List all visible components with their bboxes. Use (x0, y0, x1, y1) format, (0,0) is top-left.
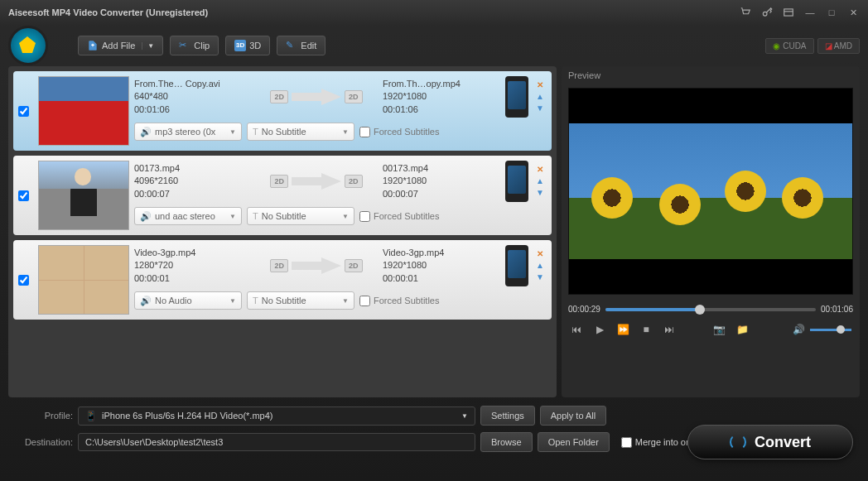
minimize-icon[interactable]: — (803, 6, 817, 19)
audio-select[interactable]: 🔊 und aac stereo▼ (134, 207, 242, 225)
menu-icon[interactable] (782, 6, 795, 19)
subtitle-icon: T (253, 296, 258, 305)
clip-label: Clip (194, 41, 210, 51)
add-file-label: Add File (102, 41, 135, 51)
destination-input[interactable]: C:\Users\User\Desktop\test2\test3 (78, 433, 475, 451)
remove-icon[interactable]: ✕ (535, 165, 545, 175)
open-folder-button[interactable]: Open Folder (538, 432, 610, 452)
2d-badge-left: 2D (270, 175, 288, 188)
scissors-icon: ✂ (179, 40, 190, 51)
file-item[interactable]: 00173.mp4 4096*2160 00:00:07 2D 2D 00173… (13, 156, 552, 235)
3d-icon: 3D (234, 40, 246, 51)
2d-badge-right: 2D (345, 90, 363, 103)
clip-button[interactable]: ✂ Clip (170, 36, 219, 55)
move-down-icon[interactable]: ▼ (535, 272, 545, 282)
chevron-down-icon[interactable]: ▼ (142, 42, 154, 50)
file-item[interactable]: From.The… Copy.avi 640*480 00:01:06 2D 2… (13, 71, 552, 151)
2d-badge-left: 2D (270, 259, 288, 272)
settings-button[interactable]: Settings (480, 406, 535, 426)
app-logo-icon (8, 26, 48, 65)
edit-icon: ✎ (286, 40, 297, 51)
title-buttons: — □ ✕ (739, 6, 860, 19)
conversion-arrow: 2D 2D (257, 257, 376, 274)
svg-point-0 (763, 12, 767, 16)
destination-label: Destination: (8, 437, 73, 447)
move-up-icon[interactable]: ▲ (535, 176, 545, 186)
3d-button[interactable]: 3D 3D (225, 36, 270, 55)
forced-subtitles-checkbox[interactable]: Forced Subtitles (359, 127, 439, 137)
subtitle-select[interactable]: T No Subtitle▼ (247, 291, 354, 310)
remove-icon[interactable]: ✕ (535, 80, 545, 90)
play-icon[interactable]: ▶ (593, 324, 606, 335)
arrow-icon (292, 89, 341, 105)
destination-info: 00173.mp4 1920*1080 00:00:07 (383, 162, 499, 200)
volume-icon[interactable]: 🔊 (792, 324, 805, 335)
edit-button[interactable]: ✎ Edit (277, 36, 326, 55)
fast-forward-icon[interactable]: ⏩ (616, 324, 629, 335)
move-down-icon[interactable]: ▼ (535, 103, 545, 113)
window-title: Aiseesoft MP4 Video Converter (Unregiste… (8, 7, 739, 17)
forced-subtitles-checkbox[interactable]: Forced Subtitles (359, 296, 439, 306)
device-icon (505, 161, 528, 202)
conversion-arrow: 2D 2D (257, 89, 376, 105)
edit-label: Edit (301, 41, 316, 51)
volume-slider[interactable] (810, 329, 851, 331)
maximize-icon[interactable]: □ (825, 6, 838, 19)
move-down-icon[interactable]: ▼ (535, 188, 545, 198)
file-thumbnail (38, 76, 129, 146)
preview-video[interactable] (568, 88, 853, 295)
svg-rect-1 (784, 9, 793, 16)
preview-panel: Preview 00:00:29 00:01:06 ⏮ ▶ ⏩ ■ ⏭ 📷 📁 (562, 66, 860, 397)
snapshot-icon[interactable]: 📷 (712, 324, 726, 335)
add-file-button[interactable]: Add File ▼ (78, 36, 163, 55)
remove-icon[interactable]: ✕ (535, 249, 545, 259)
audio-select[interactable]: 🔊 No Audio▼ (134, 291, 242, 310)
subtitle-select[interactable]: T No Subtitle▼ (247, 207, 354, 225)
stop-icon[interactable]: ■ (639, 324, 653, 335)
subtitle-select[interactable]: T No Subtitle▼ (247, 123, 354, 141)
move-up-icon[interactable]: ▲ (535, 261, 545, 271)
arrow-icon (292, 257, 341, 274)
file-checkbox[interactable] (18, 190, 29, 201)
convert-label: Convert (755, 434, 811, 451)
skip-back-icon[interactable]: ⏮ (570, 324, 583, 335)
browse-button[interactable]: Browse (480, 432, 533, 452)
move-up-icon[interactable]: ▲ (535, 92, 545, 102)
file-list: From.The… Copy.avi 640*480 00:01:06 2D 2… (8, 66, 557, 397)
2d-badge-right: 2D (345, 175, 363, 188)
file-checkbox[interactable] (18, 275, 29, 286)
skip-forward-icon[interactable]: ⏭ (663, 324, 676, 335)
chevron-down-icon: ▼ (461, 412, 468, 420)
file-item[interactable]: Video-3gp.mp4 1280*720 00:00:01 2D 2D Vi… (13, 240, 552, 320)
current-time: 00:00:29 (568, 305, 600, 314)
folder-icon[interactable]: 📁 (735, 324, 749, 335)
2d-badge-left: 2D (270, 90, 288, 103)
seek-slider[interactable] (605, 308, 816, 311)
file-checkbox[interactable] (18, 106, 29, 117)
amd-badge: ◪ AMD (817, 38, 860, 54)
close-icon[interactable]: ✕ (846, 6, 860, 19)
apply-to-all-button[interactable]: Apply to All (540, 406, 606, 426)
toolbar: Add File ▼ ✂ Clip 3D 3D ✎ Edit ◉ CUDA ◪ … (0, 25, 868, 66)
transport-controls: ⏮ ▶ ⏩ ■ ⏭ 📷 📁 🔊 (562, 320, 860, 339)
device-icon (505, 245, 528, 286)
convert-button[interactable]: Convert (687, 425, 853, 459)
profile-label: Profile: (8, 411, 73, 421)
preview-label: Preview (562, 66, 860, 84)
2d-badge-right: 2D (345, 259, 363, 272)
destination-info: Video-3gp.mp4 1920*1080 00:00:01 (383, 247, 499, 285)
cart-icon[interactable] (739, 6, 752, 19)
audio-select[interactable]: 🔊 mp3 stereo (0x▼ (134, 123, 242, 141)
forced-subtitles-checkbox[interactable]: Forced Subtitles (359, 211, 439, 222)
playback-bar: 00:00:29 00:01:06 (562, 298, 860, 320)
source-info: From.The… Copy.avi 640*480 00:01:06 (134, 78, 250, 116)
3d-label: 3D (249, 41, 261, 51)
destination-info: From.Th…opy.mp4 1920*1080 00:01:06 (383, 78, 499, 116)
phone-icon: 📱 (85, 411, 97, 421)
device-icon (505, 76, 528, 118)
total-time: 00:01:06 (821, 305, 853, 314)
file-thumbnail (38, 245, 129, 315)
profile-select[interactable]: 📱 iPhone 6s Plus/6s H.264 HD Video(*.mp4… (78, 406, 475, 426)
key-icon[interactable] (760, 6, 774, 19)
subtitle-icon: T (253, 127, 258, 137)
